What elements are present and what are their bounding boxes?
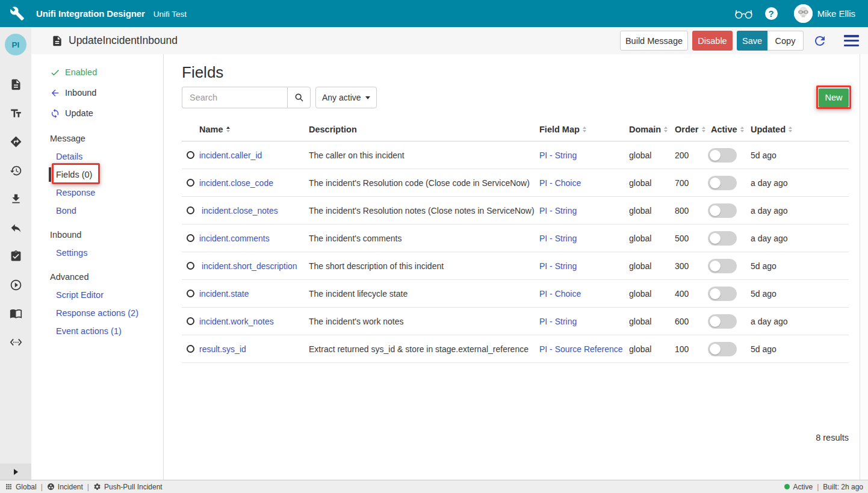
wrench-icon[interactable]	[10, 6, 25, 21]
column-header-active[interactable]: Active	[711, 125, 751, 134]
sidebar-item-inbound[interactable]: Inbound	[50, 82, 163, 103]
user-avatar[interactable]	[794, 4, 813, 23]
row-radio[interactable]	[187, 206, 194, 214]
column-label: Active	[711, 125, 737, 134]
field-map-link[interactable]: PI - Choice	[539, 178, 581, 188]
glasses-icon[interactable]	[734, 7, 753, 20]
search-button[interactable]	[287, 87, 311, 108]
active-toggle[interactable]	[708, 342, 737, 356]
user-name: Mike Ellis	[817, 8, 855, 19]
sidebar-link-label: Settings	[56, 248, 87, 258]
rail-button-code[interactable]	[0, 328, 31, 357]
scroll-gutter[interactable]	[860, 54, 868, 480]
rail-button-task-check[interactable]	[0, 242, 31, 271]
field-name-link[interactable]: result.sys_id	[199, 344, 246, 354]
field-map-link[interactable]: PI - Source Reference	[539, 344, 623, 354]
separator: |	[41, 483, 43, 491]
field-name-link[interactable]: incident.comments	[199, 234, 270, 243]
field-updated: a day ago	[751, 317, 849, 326]
sidebar-link-response-actions-2[interactable]: Response actions (2)	[50, 304, 163, 322]
document-icon	[51, 35, 63, 47]
rail-button-text-fields[interactable]	[0, 99, 31, 128]
rail-button-book[interactable]	[0, 299, 31, 328]
active-status-label: Active	[793, 483, 813, 491]
field-order: 200	[675, 150, 711, 160]
row-radio[interactable]	[187, 317, 194, 325]
statusbar-item-push-pull-incident[interactable]: Push-Pull Incident	[93, 483, 163, 491]
menu-icon[interactable]	[844, 35, 859, 46]
row-radio[interactable]	[187, 179, 194, 187]
sidebar-link-bond[interactable]: Bond	[50, 202, 163, 220]
field-map-link[interactable]: PI - String	[539, 261, 577, 271]
sidebar-item-enabled[interactable]: Enabled	[50, 62, 163, 82]
active-toggle[interactable]	[708, 231, 737, 246]
field-name-link[interactable]: incident.caller_id	[199, 150, 262, 160]
field-map-link[interactable]: PI - String	[539, 234, 577, 243]
field-name-link[interactable]: incident.state	[199, 289, 249, 299]
row-radio[interactable]	[187, 290, 194, 297]
text-fields-icon	[10, 107, 22, 120]
save-button[interactable]: Save	[737, 31, 767, 51]
toggle-knob	[710, 233, 721, 244]
row-radio[interactable]	[187, 345, 194, 353]
copy-button[interactable]: Copy	[767, 31, 804, 51]
new-button[interactable]: New	[819, 88, 849, 107]
row-radio[interactable]	[187, 151, 194, 159]
column-header-order[interactable]: Order	[675, 125, 711, 134]
column-header-field-map[interactable]: Field Map	[539, 125, 629, 134]
column-header-updated[interactable]: Updated	[751, 125, 849, 134]
statusbar-item-global[interactable]: Global	[5, 483, 37, 491]
table-row: incident.close_codeThe incident's Resolu…	[182, 169, 849, 197]
active-toggle[interactable]	[708, 259, 737, 273]
sidebar-link-event-actions-1[interactable]: Event actions (1)	[50, 322, 163, 340]
field-name-link[interactable]: incident.short_description	[199, 261, 297, 271]
refresh-icon[interactable]	[813, 34, 827, 48]
field-map-link[interactable]: PI - String	[539, 150, 577, 160]
rail-button-history[interactable]	[0, 157, 31, 185]
sidebar-link-settings[interactable]: Settings	[50, 244, 163, 262]
row-radio[interactable]	[187, 262, 194, 270]
sidebar-link-label: Details	[56, 152, 82, 161]
rail-button-document[interactable]	[0, 70, 31, 99]
active-toggle[interactable]	[708, 176, 737, 190]
field-map-link[interactable]: PI - String	[539, 206, 577, 215]
column-header-domain[interactable]: Domain	[629, 125, 675, 134]
disable-button[interactable]: Disable	[692, 31, 733, 51]
field-updated: 5d ago	[751, 150, 849, 160]
field-map-link[interactable]: PI - Choice	[539, 289, 581, 299]
rail-button-play-circle[interactable]	[0, 271, 31, 300]
active-toggle[interactable]	[708, 148, 737, 163]
active-toggle[interactable]	[708, 203, 737, 218]
search-input[interactable]	[182, 87, 287, 108]
column-label: Name	[199, 125, 223, 134]
active-toggle[interactable]	[708, 314, 737, 329]
sidebar-link-fields-0[interactable]: Fields (0)	[50, 166, 163, 184]
active-toggle[interactable]	[708, 287, 737, 301]
directions-icon	[10, 135, 22, 148]
sidebar-link-response[interactable]: Response	[50, 184, 163, 202]
rail-button-directions[interactable]	[0, 128, 31, 157]
field-name-link[interactable]: incident.work_notes	[199, 317, 274, 326]
build-message-button[interactable]: Build Message	[620, 31, 688, 51]
field-name-link[interactable]: incident.close_code	[199, 178, 273, 188]
rail-button-reply[interactable]	[0, 214, 31, 243]
field-name-link[interactable]: incident.close_notes	[199, 206, 278, 215]
column-label: Domain	[629, 125, 661, 134]
sidebar-link-details[interactable]: Details	[50, 147, 163, 166]
field-map-link[interactable]: PI - String	[539, 317, 577, 326]
sidebar-item-update[interactable]: Update	[50, 103, 163, 123]
statusbar-item-incident[interactable]: Incident	[47, 483, 83, 491]
rail-expand-button[interactable]	[0, 464, 31, 480]
table-row: incident.caller_idThe caller on this inc…	[182, 141, 849, 169]
active-filter-dropdown[interactable]: Any active	[315, 87, 377, 108]
sidebar-link-script-editor[interactable]: Script Editor	[50, 286, 163, 304]
integration-avatar[interactable]: PI	[5, 34, 26, 55]
statusbar-right: Active|Built: 2h ago	[784, 483, 863, 491]
statusbar-item-label: Push-Pull Incident	[104, 483, 163, 491]
rail-button-download[interactable]	[0, 185, 31, 214]
column-label: Order	[675, 125, 699, 134]
field-description: The incident's Resolution code (Close co…	[309, 178, 539, 188]
help-icon[interactable]: ?	[765, 7, 778, 20]
row-radio[interactable]	[187, 234, 194, 242]
column-header-name[interactable]: Name	[199, 125, 309, 134]
